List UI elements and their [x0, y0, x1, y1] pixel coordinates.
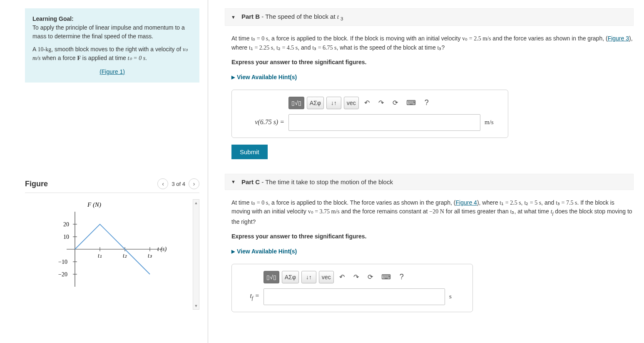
reset-button[interactable]: ⟳ [365, 271, 376, 283]
lg-t2-mid3: is applied at time [81, 55, 128, 61]
collapse-caret-icon[interactable]: ▼ [231, 179, 236, 184]
part-b-prompt: At time t₀ = 0 s, a force is applied to … [231, 34, 634, 52]
subsup-button[interactable]: ↓↑ [301, 271, 316, 283]
part-b-answer-input[interactable] [288, 114, 480, 131]
part-c-header[interactable]: ▼ Part C - The time it take to stop the … [225, 174, 634, 190]
pc-t0: t₀ = 0 s [251, 200, 268, 206]
learning-goal-text1: To apply the principle of linear impulse… [32, 24, 185, 40]
figure-pager: 3 of 4 [172, 181, 185, 187]
lg-mass: 10-kg [37, 46, 51, 53]
pc-fval: −20 N [429, 208, 444, 215]
pc-4: and the force remains constant at [340, 208, 430, 215]
equation-toolbar-c: ▯√▯ ΑΣφ ↓↑ vec ↶ ↷ ⟳ ⌨ ? [264, 271, 466, 283]
part-c-title: Part C - The time it take to stop the mo… [241, 178, 393, 185]
part-c-dash: - [260, 178, 265, 185]
part-b-answer-label: v(6.75 s) = [239, 117, 284, 128]
figure-1-link[interactable]: (Figure 1) [99, 68, 125, 75]
part-b-hints-text: View Available Hint(s) [237, 73, 297, 82]
part-c-express: Express your answer to three significant… [231, 232, 634, 241]
part-c-answer-input[interactable] [264, 288, 445, 305]
graph-ylabel: F (N) [87, 201, 101, 208]
pc-2: ), where [477, 199, 500, 206]
caret-right-icon: ▶ [231, 74, 235, 81]
pc-t2: t₂ = 5 s [524, 200, 541, 206]
figure-body: F (N) 20 10 −10 −20 t₁ t₂ t₃ t (s) ▲ ▼ [25, 199, 199, 299]
equation-toolbar: ▯√▯ ΑΣφ ↓↑ vec ↶ ↷ ⟳ ⌨ ? [288, 97, 501, 109]
undo-button[interactable]: ↶ [336, 271, 348, 283]
subsup-button[interactable]: ↓↑ [326, 97, 341, 109]
part-b: ▼ Part B - The speed of the block at t 3… [225, 8, 634, 159]
pb-q: ? [441, 44, 445, 51]
figure-scrollbar[interactable]: ▲ ▼ [193, 199, 199, 310]
ytick-n10: −10 [58, 259, 67, 265]
help-button[interactable]: ? [396, 271, 408, 283]
ytick-20: 20 [63, 221, 69, 228]
lg-t2-pre: A [32, 46, 37, 53]
pc-t3s: t₃ [510, 208, 515, 215]
part-c-title-text: The time it take to stop the motion of t… [265, 178, 393, 185]
part-c-body: At time t₀ = 0 s, a force is applied to … [225, 190, 634, 312]
pc-t3: t₃ = 7.5 s [556, 200, 577, 206]
pc-t1: t₁ = 2.5 s [500, 200, 521, 206]
part-c-hints-link[interactable]: ▶ View Available Hint(s) [231, 247, 634, 256]
pb-t3: t₃ = 6.75 s [312, 45, 336, 51]
scroll-up-icon[interactable]: ▲ [193, 200, 199, 206]
right-panel: ▼ Part B - The speed of the block at t 3… [208, 0, 644, 343]
pc-6: , at what time [515, 208, 551, 215]
redo-button[interactable]: ↷ [351, 271, 362, 283]
part-c-answer-box: ▯√▯ ΑΣφ ↓↑ vec ↶ ↷ ⟳ ⌨ ? tf = s [231, 264, 473, 312]
xtick-t1: t₁ [98, 253, 102, 259]
pc-pre: At time [231, 199, 251, 206]
scroll-track[interactable] [193, 206, 199, 303]
pc-1: , a force is applied to the block. The f… [268, 199, 455, 206]
figure-3-link[interactable]: Figure 3 [608, 35, 629, 42]
lg-F: F [77, 55, 81, 61]
xtick-t2: t₂ [123, 253, 127, 259]
pb-v0: v₀ = 2.5 m/s [462, 35, 491, 42]
xtick-t3: t₃ [148, 253, 152, 259]
part-b-dash: - [260, 13, 265, 20]
collapse-caret-icon[interactable]: ▼ [231, 15, 236, 20]
template-button[interactable]: ▯√▯ [264, 271, 279, 283]
learning-goal-box: Learning Goal: To apply the principle of… [25, 8, 199, 83]
undo-button[interactable]: ↶ [361, 97, 373, 109]
template-button[interactable]: ▯√▯ [288, 97, 304, 109]
lg-t0: t₀ = 0 s [128, 55, 145, 61]
caret-right-icon: ▶ [231, 248, 235, 255]
figure-4-link[interactable]: Figure 4 [456, 199, 477, 206]
keyboard-button[interactable]: ⌨ [379, 271, 393, 283]
keyboard-button[interactable]: ⌨ [404, 97, 418, 109]
help-button[interactable]: ? [421, 97, 433, 109]
figure-nav: ‹ 3 of 4 › [157, 178, 199, 189]
part-b-body: At time t₀ = 0 s, a force is applied to … [225, 26, 634, 159]
ytick-10: 10 [63, 234, 69, 240]
pb-t1: t₁ = 2.25 s [249, 45, 273, 51]
part-b-submit-button[interactable]: Submit [231, 145, 268, 159]
pb-4: , what is the speed of the block at time [337, 44, 438, 51]
force-time-graph: F (N) 20 10 −10 −20 t₁ t₂ t₃ t (s) [50, 199, 175, 299]
lg-t2-mid: , smooth block moves to the right with a… [51, 46, 183, 53]
part-c-prompt: At time t₀ = 0 s, a force is applied to … [231, 198, 634, 226]
vec-button[interactable]: vec [319, 271, 334, 283]
redo-button[interactable]: ↷ [375, 97, 387, 109]
vec-button[interactable]: vec [344, 97, 359, 109]
lg-t2-end: . [145, 55, 147, 61]
figure-prev-button[interactable]: ‹ [157, 178, 168, 189]
scroll-down-icon[interactable]: ▼ [193, 303, 199, 309]
part-c-hints-text: View Available Hint(s) [237, 247, 297, 256]
greek-button[interactable]: ΑΣφ [282, 271, 299, 283]
part-b-express: Express your answer to three significant… [231, 58, 634, 67]
part-b-hints-link[interactable]: ▶ View Available Hint(s) [231, 73, 634, 82]
figure-next-button[interactable]: › [189, 178, 199, 189]
pc-5: for all times greater than [444, 208, 510, 215]
left-panel: Learning Goal: To apply the principle of… [0, 0, 208, 343]
part-b-title: Part B - The speed of the block at t 3 [241, 13, 343, 21]
figure-title: Figure [25, 180, 48, 188]
part-b-header[interactable]: ▼ Part B - The speed of the block at t 3 [225, 8, 634, 26]
pb-c2: , and [298, 44, 312, 51]
pb-t0: t₀ = 0 s [251, 35, 268, 42]
graph-xlabel: t (s) [157, 246, 167, 253]
part-c-answer-label: tf = [239, 291, 259, 302]
reset-button[interactable]: ⟳ [390, 97, 401, 109]
greek-button[interactable]: ΑΣφ [307, 97, 324, 109]
